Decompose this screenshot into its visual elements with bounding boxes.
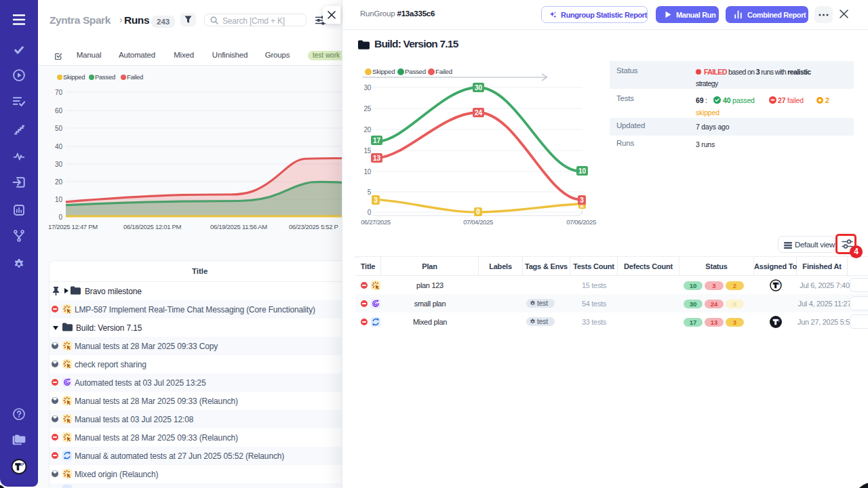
svg-text:06/18/2025 12:01 PM: 06/18/2025 12:01 PM: [123, 223, 182, 230]
svg-text:40: 40: [55, 143, 63, 150]
svg-text:30: 30: [475, 84, 483, 92]
svg-text:15: 15: [363, 147, 371, 155]
svg-text:50: 50: [55, 125, 63, 132]
svg-text:13: 13: [373, 155, 381, 162]
svg-text:10: 10: [578, 167, 587, 175]
svg-text:0: 0: [368, 209, 372, 216]
svg-text:10: 10: [55, 196, 63, 203]
svg-text:5: 5: [368, 188, 372, 196]
svg-text:17/2025 12:47 PM: 17/2025 12:47 PM: [48, 223, 98, 230]
svg-text:06/27/2025: 06/27/2025: [361, 218, 391, 226]
svg-text:3: 3: [374, 197, 378, 204]
svg-text:10: 10: [363, 168, 371, 176]
svg-text:07/06/2025: 07/06/2025: [566, 218, 596, 226]
svg-text:30: 30: [55, 161, 63, 168]
svg-text:0: 0: [476, 208, 480, 216]
svg-text:07/04/2025: 07/04/2025: [463, 218, 493, 226]
svg-text:06/19/2025 11:56 AM: 06/19/2025 11:56 AM: [210, 223, 267, 230]
svg-text:30: 30: [363, 84, 371, 92]
svg-text:3: 3: [580, 197, 584, 204]
svg-text:20: 20: [55, 178, 63, 186]
svg-text:06/23/2025 5:52 P: 06/23/2025 5:52 P: [289, 223, 338, 230]
svg-text:25: 25: [363, 105, 371, 113]
svg-text:60: 60: [55, 107, 63, 115]
svg-text:24: 24: [475, 109, 483, 117]
svg-text:20: 20: [363, 126, 371, 134]
svg-text:0: 0: [58, 214, 62, 221]
svg-text:17: 17: [373, 137, 381, 144]
svg-text:70: 70: [55, 89, 63, 96]
